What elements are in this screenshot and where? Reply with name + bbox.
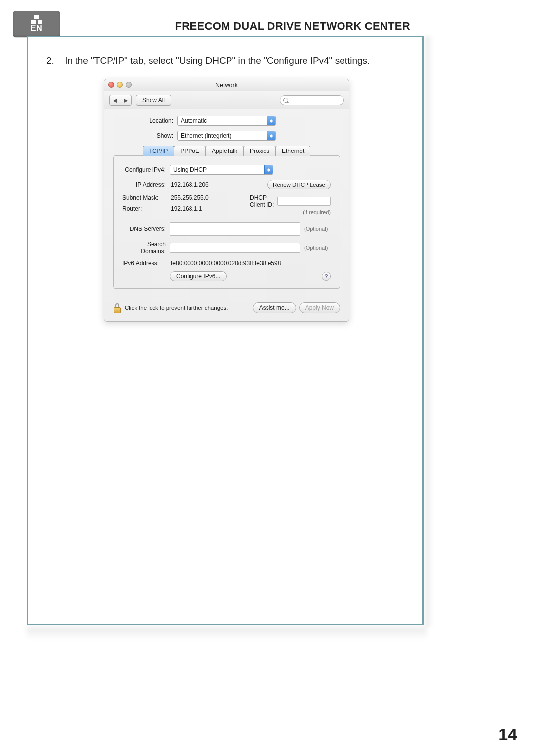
back-button[interactable]: ◀	[110, 95, 120, 105]
badge-decor	[34, 15, 39, 19]
ipv6-address-label: IPv6 Address:	[122, 260, 170, 266]
lock-icon[interactable]	[113, 302, 122, 313]
window-titlebar[interactable]: Network	[104, 79, 349, 91]
tcpip-panel: Configure IPv4: Using DHCP IP Address: 1…	[113, 155, 340, 289]
dns-servers-input[interactable]	[170, 222, 300, 236]
router-value: 192.168.1.1	[170, 205, 224, 212]
chevron-updown-icon	[266, 116, 275, 125]
show-label: Show:	[113, 132, 177, 139]
minimize-icon[interactable]	[117, 82, 123, 88]
subnet-mask-value: 255.255.255.0	[170, 194, 224, 201]
nav-back-forward: ◀ ▶	[109, 95, 132, 106]
apply-now-button[interactable]: Apply Now	[299, 302, 340, 313]
instruction-step: 2. In the "TCP/IP" tab, select "Using DH…	[46, 54, 402, 67]
configure-ipv4-label: Configure IPv4:	[122, 166, 170, 173]
page-number: 14	[498, 725, 517, 744]
dns-servers-label: DNS Servers:	[122, 226, 170, 232]
search-domains-input[interactable]	[170, 243, 300, 253]
step-number: 2.	[46, 54, 62, 67]
zoom-icon[interactable]	[126, 82, 132, 88]
renew-dhcp-button[interactable]: Renew DHCP Lease	[267, 180, 331, 189]
step-text: In the "TCP/IP" tab, select "Using DHCP"…	[65, 55, 370, 66]
window-toolbar: ◀ ▶ Show All	[104, 91, 349, 109]
ip-address-value: 192.168.1.206	[170, 181, 224, 188]
help-icon[interactable]: ?	[322, 272, 331, 281]
dhcp-client-id-input[interactable]	[277, 197, 331, 206]
traffic-lights	[108, 82, 132, 88]
show-select[interactable]: Ethernet (integriert)	[177, 131, 276, 141]
if-required-note: (If required)	[231, 209, 331, 215]
ip-address-label: IP Address:	[122, 181, 170, 188]
assist-me-button[interactable]: Assist me...	[253, 302, 296, 313]
lock-text: Click the lock to prevent further change…	[125, 305, 250, 311]
tab-pppoe[interactable]: PPPoE	[174, 146, 206, 156]
page-shadow	[27, 627, 427, 640]
close-icon[interactable]	[108, 82, 114, 88]
tab-tcpip[interactable]: TCP/IP	[143, 146, 175, 156]
configure-ipv6-button[interactable]: Configure IPv6...	[170, 271, 227, 281]
forward-button[interactable]: ▶	[120, 95, 131, 105]
router-label: Router:	[122, 205, 170, 212]
dhcp-client-id-label: DHCP Client ID:	[250, 194, 274, 208]
window-title: Network	[215, 82, 238, 89]
location-select[interactable]: Automatic	[177, 116, 276, 126]
tab-bar: TCP/IP PPPoE AppleTalk Proxies Ethernet	[113, 146, 340, 156]
location-label: Location:	[113, 117, 177, 124]
optional-note: (Optional)	[304, 226, 331, 232]
document-title: FREECOM DUAL DRIVE NETWORK CENTER	[27, 20, 424, 33]
page-shadow	[425, 36, 433, 627]
search-input[interactable]	[280, 95, 344, 105]
configure-ipv4-select[interactable]: Using DHCP	[170, 165, 273, 175]
show-all-button[interactable]: Show All	[136, 95, 171, 106]
location-value: Automatic	[181, 117, 207, 124]
preferences-pane: Location: Automatic Show: Ethernet (inte…	[104, 109, 349, 321]
subnet-mask-label: Subnet Mask:	[122, 194, 170, 201]
chevron-updown-icon	[264, 165, 273, 174]
network-preferences-window: Network ◀ ▶ Show All Location: Automatic…	[104, 79, 349, 322]
chevron-updown-icon	[266, 131, 275, 140]
tab-ethernet[interactable]: Ethernet	[275, 146, 310, 156]
tab-appletalk[interactable]: AppleTalk	[205, 146, 244, 156]
ipv6-address-value: fe80:0000:0000:0000:020d:93ff:fe38:e598	[170, 260, 331, 266]
optional-note: (Optional)	[304, 245, 331, 251]
search-domains-label: Search Domains:	[122, 241, 170, 255]
show-value: Ethernet (integriert)	[181, 132, 231, 139]
configure-ipv4-value: Using DHCP	[173, 166, 207, 173]
tab-proxies[interactable]: Proxies	[243, 146, 276, 156]
